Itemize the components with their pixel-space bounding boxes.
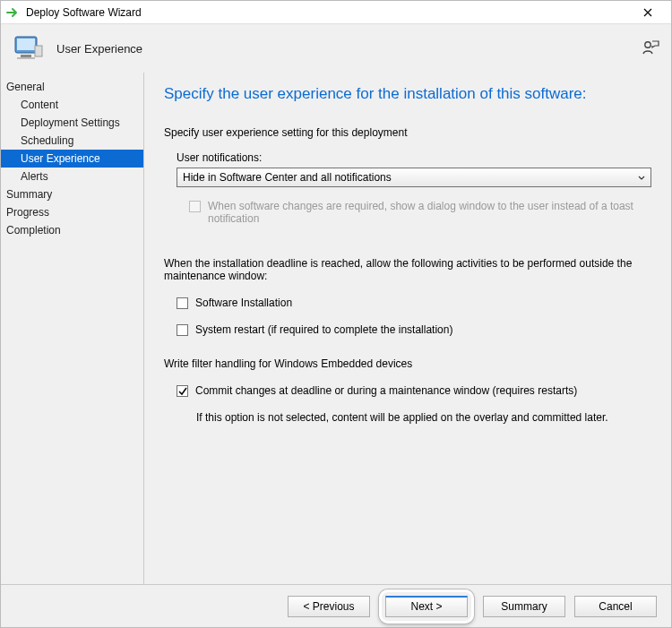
svg-rect-3 bbox=[17, 57, 35, 59]
chevron-down-icon bbox=[638, 173, 645, 183]
sidebar-item-user-experience[interactable]: User Experience bbox=[1, 150, 143, 168]
software-installation-checkbox[interactable] bbox=[177, 297, 188, 309]
wizard-header: User Experience bbox=[1, 24, 671, 73]
sidebar-item-alerts[interactable]: Alerts bbox=[1, 168, 143, 185]
window-title: Deploy Software Wizard bbox=[26, 6, 142, 19]
commit-note: If this option is not selected, content … bbox=[164, 411, 651, 424]
close-button[interactable] bbox=[630, 1, 666, 24]
sidebar-item-deployment-settings[interactable]: Deployment Settings bbox=[1, 114, 143, 132]
sidebar-item-summary[interactable]: Summary bbox=[1, 185, 143, 203]
page-heading: Specify the user experience for the inst… bbox=[164, 85, 651, 103]
sidebar-item-content[interactable]: Content bbox=[1, 96, 143, 114]
wizard-content: Specify the user experience for the inst… bbox=[144, 73, 671, 584]
svg-point-5 bbox=[645, 41, 650, 47]
cancel-button[interactable]: Cancel bbox=[574, 596, 657, 617]
system-restart-label: System restart (if required to complete … bbox=[195, 323, 452, 336]
notifications-label: User notifications: bbox=[177, 151, 651, 164]
svg-rect-2 bbox=[21, 55, 31, 57]
next-button[interactable]: Next > bbox=[385, 596, 468, 617]
wizard-body: GeneralContentDeployment SettingsSchedul… bbox=[1, 73, 671, 584]
deploy-arrow-icon bbox=[6, 5, 21, 20]
deadline-text: When the installation deadline is reache… bbox=[164, 257, 651, 282]
commit-changes-label: Commit changes at deadline or during a m… bbox=[195, 384, 577, 397]
summary-button[interactable]: Summary bbox=[483, 596, 565, 617]
commit-changes-checkbox[interactable] bbox=[177, 385, 188, 397]
next-button-highlight: Next > bbox=[379, 589, 474, 624]
svg-rect-1 bbox=[17, 39, 35, 50]
titlebar: Deploy Software Wizard bbox=[1, 1, 671, 24]
user-notifications-value: Hide in Software Center and all notifica… bbox=[183, 171, 392, 184]
computer-icon bbox=[12, 31, 46, 65]
user-notifications-select[interactable]: Hide in Software Center and all notifica… bbox=[177, 168, 651, 187]
svg-rect-4 bbox=[35, 46, 42, 56]
system-restart-checkbox[interactable] bbox=[177, 324, 188, 336]
software-installation-label: Software Installation bbox=[195, 297, 292, 309]
sidebar-item-progress[interactable]: Progress bbox=[1, 203, 143, 221]
dialog-window-checkbox bbox=[189, 201, 201, 212]
sidebar-item-scheduling[interactable]: Scheduling bbox=[1, 132, 143, 150]
dialog-window-label: When software changes are required, show… bbox=[208, 200, 651, 225]
section-label: Specify user experience setting for this… bbox=[164, 126, 651, 139]
wizard-footer: < Previous Next > Summary Cancel bbox=[1, 584, 671, 627]
embedded-label: Write filter handling for Windows Embedd… bbox=[164, 357, 651, 370]
wizard-sidebar: GeneralContentDeployment SettingsSchedul… bbox=[1, 73, 144, 584]
wizard-window: Deploy Software Wizard User Experience bbox=[0, 0, 672, 628]
sidebar-item-general[interactable]: General bbox=[1, 78, 143, 96]
sidebar-item-completion[interactable]: Completion bbox=[1, 221, 143, 239]
header-label: User Experience bbox=[56, 42, 142, 56]
previous-button[interactable]: < Previous bbox=[288, 596, 370, 617]
user-feedback-icon bbox=[641, 38, 660, 60]
